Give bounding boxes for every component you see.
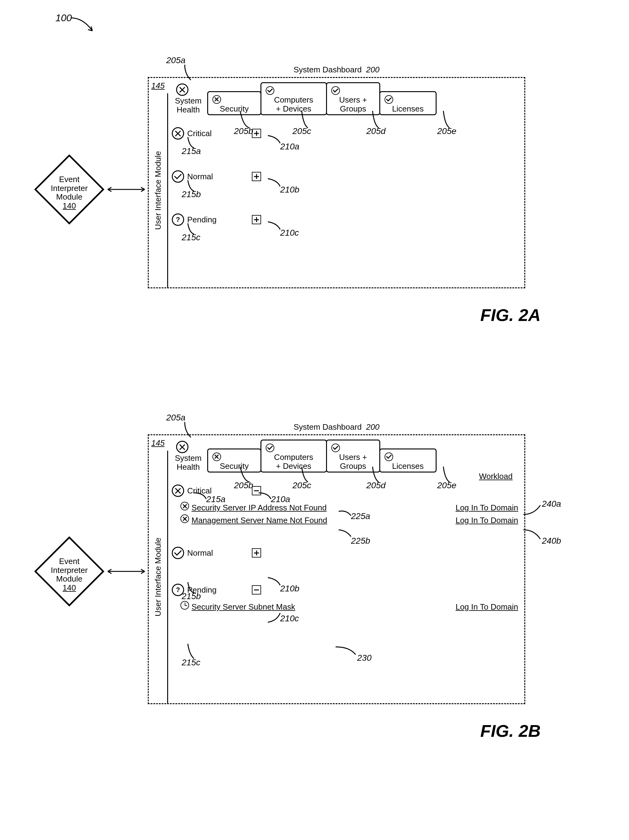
pending-icon: ? [172, 213, 184, 226]
eim-line1: Event [59, 175, 80, 184]
critical-icon [172, 127, 184, 139]
eim-num: 140 [63, 201, 76, 210]
critical-child-icon [180, 502, 189, 510]
c205a-b: 205a [166, 413, 185, 423]
uim-num-a: 145 [149, 81, 167, 90]
uim-strip-b: User Interface Module [149, 451, 168, 703]
critical-child-icon [180, 515, 189, 523]
page-ref-100: 100 [55, 12, 72, 24]
event-interpreter-module-a: Event Interpreter Module 140 [34, 154, 105, 225]
expand-normal-b[interactable] [252, 548, 261, 557]
fig-2a-label: FIG. 2A [480, 305, 541, 325]
c205a-a: 205a [166, 55, 185, 65]
uim-text-b: User Interface Module [149, 451, 167, 703]
critical-child1-workload[interactable]: Log In To Domain [456, 516, 518, 525]
eim-line3: Module [56, 192, 82, 201]
uim-text-a: User Interface Module [149, 93, 167, 287]
tab-computers-label: Computers + Devices [274, 95, 313, 114]
normal-icon [172, 171, 184, 183]
uim-num-b: 145 [149, 438, 167, 448]
normal-label-b: Normal [187, 548, 221, 558]
tab-users-label: Users + Groups [339, 95, 367, 114]
eim-line2: Interpreter [51, 183, 88, 193]
uim-strip-a: User Interface Module [149, 93, 168, 287]
event-interpreter-module-b: Event Interpreter Module 140 [34, 536, 105, 607]
fig-2b-label: FIG. 2B [480, 721, 541, 741]
tab-users-groups[interactable]: Users + Groups [326, 82, 380, 115]
normal-icon-b [172, 547, 184, 559]
pending-child0-workload[interactable]: Log In To Domain [456, 602, 518, 612]
critical-label-a: Critical [187, 129, 221, 138]
critical-icon-b [172, 485, 184, 497]
